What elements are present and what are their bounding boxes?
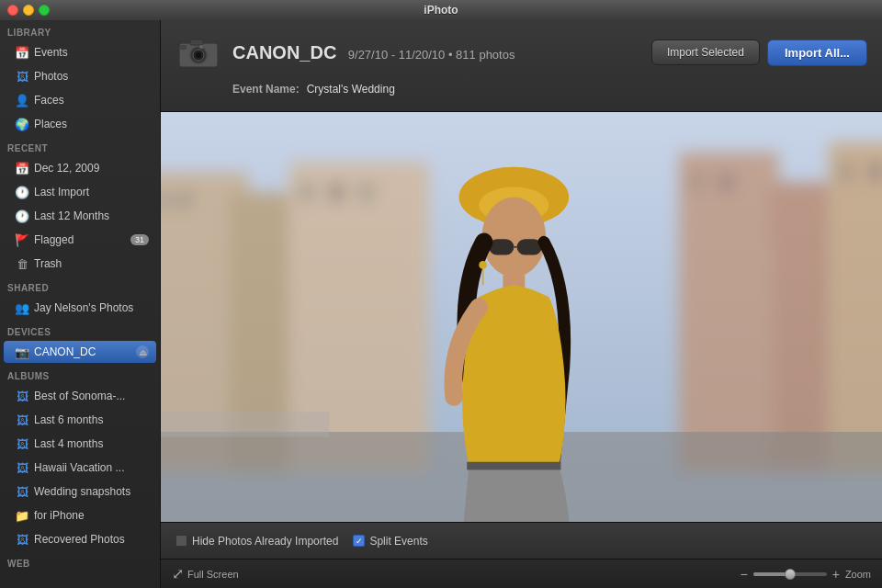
- fullscreen-button[interactable]: ⤢ Full Screen: [172, 565, 239, 582]
- folder-icon-iphone: 📁: [15, 508, 29, 523]
- maximize-button[interactable]: [39, 5, 50, 16]
- sidebar-label-faces: Faces: [34, 94, 149, 107]
- svg-point-5: [199, 45, 203, 49]
- svg-rect-15: [161, 192, 171, 208]
- sidebar-item-best-sonoma[interactable]: 🖼 Best of Sonoma-...: [4, 385, 156, 407]
- sidebar-label-hawaii: Hawaii Vacation ...: [34, 461, 149, 474]
- zoom-slider[interactable]: [753, 572, 827, 576]
- device-info-row: CANON_DC 9/27/10 - 11/20/10 • 811 photos…: [175, 29, 867, 75]
- section-recent: RECENT: [0, 136, 160, 156]
- svg-rect-16: [179, 192, 191, 208]
- device-meta: 9/27/10 - 11/20/10 • 811 photos: [348, 48, 515, 62]
- hide-photos-checkbox-item[interactable]: Hide Photos Already Imported: [175, 535, 338, 548]
- svg-rect-19: [359, 182, 374, 202]
- faces-icon: 👤: [15, 93, 29, 107]
- svg-rect-6: [180, 45, 187, 50]
- date-range: 9/27/10 - 11/20/10: [348, 48, 446, 62]
- zoom-slider-thumb[interactable]: [785, 569, 796, 580]
- sidebar-label-events: Events: [34, 46, 149, 59]
- zoom-in-icon[interactable]: +: [832, 567, 840, 582]
- split-events-label: Split Events: [369, 535, 427, 548]
- import-all-button[interactable]: Import All...: [767, 40, 867, 66]
- svg-rect-20: [689, 172, 704, 192]
- device-buttons: Import Selected Import All...: [651, 40, 867, 66]
- sidebar-item-last-12months[interactable]: 🕐 Last 12 Months: [4, 205, 156, 227]
- sidebar-item-jay-nelson[interactable]: 👥 Jay Nelson's Photos: [4, 297, 156, 319]
- album-icon-6months: 🖼: [15, 413, 29, 427]
- sidebar-item-photos[interactable]: 🖼 Photos: [4, 65, 156, 87]
- fullscreen-label: Full Screen: [187, 569, 239, 580]
- sidebar-item-last-import[interactable]: 🕐 Last Import: [4, 181, 156, 203]
- photos-icon: 🖼: [15, 69, 29, 84]
- svg-rect-18: [329, 182, 344, 202]
- svg-rect-21: [718, 172, 733, 192]
- window-title: iPhoto: [424, 4, 458, 17]
- sidebar-item-last-4months[interactable]: 🖼 Last 4 months: [4, 433, 156, 455]
- sidebar-item-events[interactable]: 📅 Events: [4, 41, 156, 63]
- minimize-button[interactable]: [23, 5, 34, 16]
- fullscreen-icon: ⤢: [172, 565, 184, 582]
- sidebar-item-last-6months[interactable]: 🖼 Last 6 months: [4, 409, 156, 431]
- device-icon: 📷: [15, 345, 29, 359]
- sidebar-label-canon-dc: CANON_DC: [34, 345, 132, 358]
- sidebar-label-last-12months: Last 12 Months: [34, 209, 149, 222]
- svg-point-34: [479, 261, 487, 269]
- zoom-control: − + Zoom: [741, 567, 872, 582]
- album-icon-wedding: 🖼: [15, 484, 29, 499]
- svg-rect-13: [829, 142, 882, 472]
- split-events-checkbox-item[interactable]: ✓ Split Events: [353, 535, 427, 548]
- eject-icon[interactable]: ⏏: [136, 345, 149, 358]
- device-bar: CANON_DC 9/27/10 - 11/20/10 • 811 photos…: [161, 20, 882, 112]
- sidebar-label-recovered: Recovered Photos: [34, 533, 149, 546]
- app-body: LIBRARY 📅 Events 🖼 Photos 👤 Faces 🌍 Plac…: [0, 20, 882, 588]
- device-info-left: CANON_DC 9/27/10 - 11/20/10 • 811 photos: [175, 29, 514, 75]
- svg-rect-1: [190, 40, 203, 45]
- svg-rect-22: [839, 162, 854, 182]
- title-bar: iPhoto: [0, 0, 882, 20]
- shared-icon: 👥: [15, 300, 29, 315]
- sidebar-label-best-sonoma: Best of Sonoma-...: [34, 390, 149, 402]
- svg-rect-23: [869, 162, 882, 182]
- sidebar-label-last-6months: Last 6 months: [34, 413, 149, 426]
- event-name-row: Event Name: Crystal's Wedding: [175, 83, 867, 96]
- sidebar-item-faces[interactable]: 👤 Faces: [4, 89, 156, 111]
- trash-icon: 🗑: [15, 256, 29, 271]
- sidebar-item-canon-dc[interactable]: 📷 CANON_DC ⏏: [4, 341, 156, 363]
- section-albums: ALBUMS: [0, 364, 160, 384]
- sidebar-label-wedding-snaps: Wedding snapshots: [34, 485, 149, 498]
- split-events-checkbox[interactable]: ✓: [353, 535, 365, 547]
- svg-rect-36: [467, 462, 560, 470]
- album-icon-4months: 🖼: [15, 436, 29, 451]
- sidebar-item-trash[interactable]: 🗑 Trash: [4, 253, 156, 275]
- zoom-out-icon[interactable]: −: [741, 567, 748, 582]
- sidebar-item-for-iphone[interactable]: 📁 for iPhone: [4, 504, 156, 526]
- photo-area: [161, 112, 882, 522]
- section-shared: SHARED: [0, 276, 160, 296]
- device-name-block: CANON_DC 9/27/10 - 11/20/10 • 811 photos: [232, 42, 514, 63]
- sidebar-item-dec12[interactable]: 📅 Dec 12, 2009: [4, 157, 156, 179]
- sidebar-item-places[interactable]: 🌍 Places: [4, 113, 156, 135]
- sidebar-label-last-4months: Last 4 months: [34, 437, 149, 450]
- toolbar-bar: ⤢ Full Screen − + Zoom: [161, 559, 882, 588]
- sidebar-label-for-iphone: for iPhone: [34, 509, 149, 522]
- device-name: CANON_DC: [232, 42, 336, 62]
- places-icon: 🌍: [15, 117, 29, 131]
- sidebar-item-hawaii[interactable]: 🖼 Hawaii Vacation ...: [4, 457, 156, 479]
- album-icon-recovered: 🖼: [15, 532, 29, 547]
- close-button[interactable]: [7, 5, 18, 16]
- sidebar-item-flagged[interactable]: 🚩 Flagged 31: [4, 229, 156, 251]
- sidebar-label-jay-nelson: Jay Nelson's Photos: [34, 301, 149, 314]
- traffic-lights: [7, 5, 50, 16]
- sidebar-label-places: Places: [34, 118, 149, 130]
- flagged-badge: 31: [130, 234, 149, 245]
- hide-photos-checkbox[interactable]: [175, 535, 187, 547]
- sidebar-item-recovered[interactable]: 🖼 Recovered Photos: [4, 528, 156, 550]
- sidebar-label-trash: Trash: [34, 257, 149, 270]
- import-selected-button[interactable]: Import Selected: [651, 40, 760, 65]
- sidebar-item-wedding-snaps[interactable]: 🖼 Wedding snapshots: [4, 481, 156, 503]
- sidebar-label-dec12: Dec 12, 2009: [34, 162, 149, 175]
- camera-icon-container: [175, 29, 221, 75]
- sidebar: LIBRARY 📅 Events 🖼 Photos 👤 Faces 🌍 Plac…: [0, 20, 161, 588]
- section-library: LIBRARY: [0, 20, 160, 40]
- hide-photos-label: Hide Photos Already Imported: [192, 535, 338, 548]
